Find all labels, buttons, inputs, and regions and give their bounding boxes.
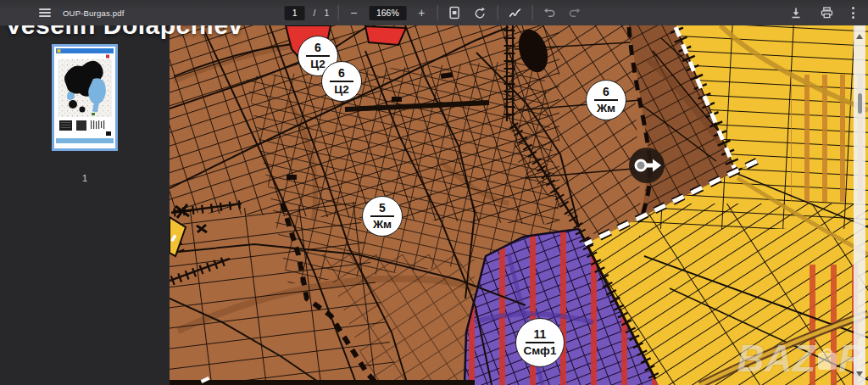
undo-icon[interactable]: [541, 3, 558, 22]
menu-icon[interactable]: [39, 8, 51, 17]
download-icon[interactable]: [787, 3, 804, 22]
rotate-icon[interactable]: [471, 3, 488, 22]
draw-annotate-icon[interactable]: [506, 3, 523, 22]
map-symbol-badge: [629, 148, 665, 183]
toolbar-divider: [337, 5, 338, 20]
scrollbar-thumb[interactable]: [858, 93, 862, 114]
page-thumbnail[interactable]: 1: [52, 44, 118, 151]
bag-icon: [815, 343, 840, 372]
toolbar-divider: [437, 5, 437, 20]
zoom-out-button[interactable]: −: [347, 7, 360, 19]
thumbnail-page-label: 1: [52, 173, 118, 183]
page-total: 1: [325, 8, 330, 18]
thumbnail-minimap: [56, 48, 114, 143]
page-separator: /: [314, 8, 316, 18]
page-number-input[interactable]: 1: [285, 6, 305, 20]
zoom-in-button[interactable]: +: [415, 7, 428, 19]
zoom-level-display: 166%: [369, 6, 406, 20]
thumbnail-sidebar: 1: [0, 25, 170, 385]
toolbar-divider: [531, 5, 532, 20]
more-options-icon[interactable]: [849, 7, 858, 19]
zoning-map: [170, 25, 868, 385]
toolbar-divider: [497, 5, 498, 20]
scrollbar[interactable]: [854, 25, 865, 385]
scroll-down-arrow[interactable]: [856, 371, 863, 377]
scroll-up-arrow[interactable]: [856, 34, 863, 39]
central-red-area: [365, 26, 406, 45]
pdf-toolbar: OUP-Burgas.pdf 1 / 1 − 166% +: [0, 0, 868, 25]
redo-icon[interactable]: [566, 3, 583, 22]
print-icon[interactable]: [818, 3, 835, 22]
bazar-watermark: BAZ R: [737, 338, 866, 380]
pdf-viewer-window: OUP-Burgas.pdf 1 / 1 − 166% +: [0, 0, 868, 385]
fit-page-icon[interactable]: [446, 3, 463, 22]
document-filename: OUP-Burgas.pdf: [63, 8, 125, 18]
pdf-page-canvas[interactable]: 6Ц26Ц26Жм5Жм11Смф1 BAZ R: [170, 25, 868, 385]
